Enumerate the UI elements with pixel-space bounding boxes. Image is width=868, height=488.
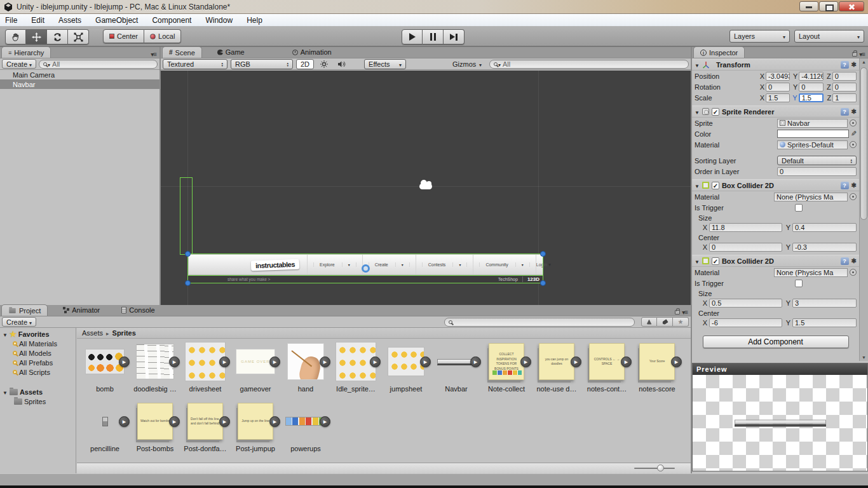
collider1-center-y-field[interactable]: -0.3 — [792, 243, 857, 252]
collider1-size-y-field[interactable]: 0.4 — [792, 223, 857, 232]
favorites-folder[interactable]: Favorites — [0, 329, 76, 339]
position-x-field[interactable]: -3.0493 — [766, 72, 790, 81]
lock-icon[interactable] — [852, 52, 857, 57]
asset-expand-arrow[interactable] — [269, 416, 280, 427]
asset-expand-arrow[interactable] — [320, 416, 330, 427]
rotation-y-field[interactable]: 0 — [799, 83, 823, 92]
is-trigger-checkbox[interactable] — [795, 280, 803, 287]
scroll-up-icon[interactable]: ▲ — [860, 60, 868, 64]
asset-expand-arrow[interactable] — [621, 356, 632, 367]
search-by-type-button[interactable] — [641, 317, 657, 327]
layout-dropdown[interactable]: Layout — [794, 30, 864, 43]
asset-tile[interactable]: jumpsheet — [383, 341, 429, 393]
close-button[interactable] — [839, 1, 864, 11]
tab-animation[interactable]: Animation — [286, 46, 338, 58]
foldout-icon[interactable] — [3, 388, 8, 396]
menu-help[interactable]: Help — [247, 16, 262, 25]
hierarchy-search-input[interactable]: All — [39, 60, 158, 69]
asset-expand-arrow[interactable] — [370, 356, 381, 367]
menu-assets[interactable]: Assets — [58, 16, 81, 25]
transform-component-header[interactable]: Transform — [692, 58, 859, 71]
project-search-input[interactable] — [444, 318, 635, 327]
rotate-tool-button[interactable] — [47, 29, 68, 44]
physics-material-field[interactable]: None (Physics Ma — [774, 193, 848, 201]
sidebar-item-all-materials[interactable]: All Materials — [0, 339, 76, 348]
foldout-icon[interactable] — [695, 108, 700, 116]
preview-header[interactable]: Preview — [693, 363, 867, 375]
box-collider-1-header[interactable]: Box Collider 2D — [692, 179, 859, 191]
asset-expand-arrow[interactable] — [571, 356, 581, 367]
menu-gameobject[interactable]: GameObject — [95, 16, 138, 25]
search-by-label-button[interactable] — [657, 317, 673, 327]
project-create-button[interactable]: Create — [2, 317, 36, 327]
panel-menu-icon[interactable] — [151, 51, 156, 58]
minimize-button[interactable] — [799, 1, 818, 11]
asset-tile[interactable]: you can jump on doodles note-use d… — [534, 341, 580, 393]
asset-thumbnail[interactable]: Jump up on the line — [233, 401, 278, 442]
physics-material-field[interactable]: None (Physics Ma — [774, 268, 848, 277]
cloud-sprite[interactable] — [419, 184, 432, 189]
restore-button[interactable] — [819, 1, 838, 11]
sidebar-item-all-scripts[interactable]: All Scripts — [0, 367, 76, 377]
asset-thumbnail[interactable]: Don't fall off this line, and don't fall… — [182, 401, 228, 442]
sidebar-item-all-prefabs[interactable]: All Prefabs — [0, 358, 76, 367]
asset-grid[interactable]: bomb doodlesbig … drivesheet GAME OVER g… — [77, 339, 691, 463]
component-enabled-checkbox[interactable] — [712, 182, 719, 189]
asset-tile[interactable]: doodlesbig … — [132, 341, 178, 393]
rotation-x-field[interactable]: 0 — [766, 83, 790, 92]
pause-button[interactable] — [423, 29, 444, 44]
asset-tile[interactable]: Navbar — [433, 341, 479, 393]
sorting-layer-dropdown[interactable]: Default — [777, 156, 857, 165]
render-mode-dropdown[interactable]: RGB — [231, 59, 293, 69]
menu-edit[interactable]: Edit — [31, 16, 44, 25]
scale-z-field[interactable]: 1 — [832, 93, 857, 102]
breadcrumb-sprites[interactable]: Sprites — [112, 329, 136, 337]
component-enabled-checkbox[interactable] — [712, 108, 719, 116]
scale-x-field[interactable]: 1.5 — [766, 93, 790, 102]
asset-expand-arrow[interactable] — [320, 356, 330, 367]
asset-tile[interactable]: Don't fall off this line, and don't fall… — [182, 401, 228, 452]
tab-console[interactable]: Console — [115, 304, 161, 316]
asset-expand-arrow[interactable] — [470, 356, 481, 367]
asset-expand-arrow[interactable] — [420, 356, 431, 367]
thumbnail-size-slider[interactable] — [634, 468, 675, 469]
collider2-size-y-field[interactable]: 3 — [792, 299, 857, 308]
inspector-scrollbar[interactable]: ▲ ▼ — [859, 58, 868, 361]
asset-thumbnail[interactable] — [82, 341, 128, 382]
layers-dropdown[interactable]: Layers — [729, 30, 790, 43]
collider2-center-x-field[interactable]: -6 — [709, 318, 782, 327]
component-enabled-checkbox[interactable] — [712, 257, 719, 265]
box-collider-2-header[interactable]: Box Collider 2D — [692, 255, 859, 267]
selection-handle[interactable] — [540, 280, 546, 286]
eyedropper-icon[interactable] — [851, 130, 857, 138]
hand-tool-button[interactable] — [5, 29, 26, 44]
asset-tile[interactable]: Watch out for bombs Post-bombs — [132, 401, 178, 452]
sidebar-item-all-models[interactable]: All Models — [0, 348, 76, 358]
object-picker-icon[interactable] — [850, 193, 857, 200]
sprite-renderer-header[interactable]: Sprite Renderer — [692, 105, 859, 118]
pivot-center-button[interactable]: Center — [103, 29, 144, 43]
asset-thumbnail[interactable] — [383, 341, 429, 382]
scale-tool-button[interactable] — [68, 29, 89, 44]
asset-tile[interactable]: CONTROLS ← → SPACE notes-cont… — [584, 341, 630, 393]
2d-toggle-button[interactable]: 2D — [296, 59, 314, 69]
gear-icon[interactable] — [851, 62, 857, 68]
sprite-pivot-handle[interactable] — [362, 264, 370, 273]
breadcrumb-assets[interactable]: Assets — [82, 329, 103, 337]
menu-window[interactable]: Window — [205, 16, 233, 25]
foldout-icon[interactable] — [695, 182, 700, 189]
scrollbar-thumb[interactable] — [860, 67, 867, 220]
play-button[interactable] — [402, 29, 423, 44]
help-icon[interactable] — [841, 108, 849, 116]
scene-viewport[interactable]: instructables Explore Create Contests Co… — [161, 71, 691, 305]
panel-menu-icon[interactable] — [859, 51, 865, 58]
asset-tile[interactable]: Jump up on the line Post-jumpup — [233, 401, 278, 452]
asset-thumbnail[interactable]: you can jump on doodles — [534, 341, 580, 382]
tab-scene[interactable]: Scene — [162, 46, 202, 58]
title-bar[interactable]: Unity - iblejump.unity - Iblejump - PC, … — [0, 0, 868, 14]
menu-file[interactable]: File — [5, 16, 17, 25]
asset-thumbnail[interactable] — [283, 341, 329, 382]
asset-thumbnail[interactable]: Watch out for bombs — [132, 401, 178, 442]
scene-search-input[interactable]: All — [489, 60, 689, 69]
asset-thumbnail[interactable]: GAME OVER — [233, 341, 278, 382]
